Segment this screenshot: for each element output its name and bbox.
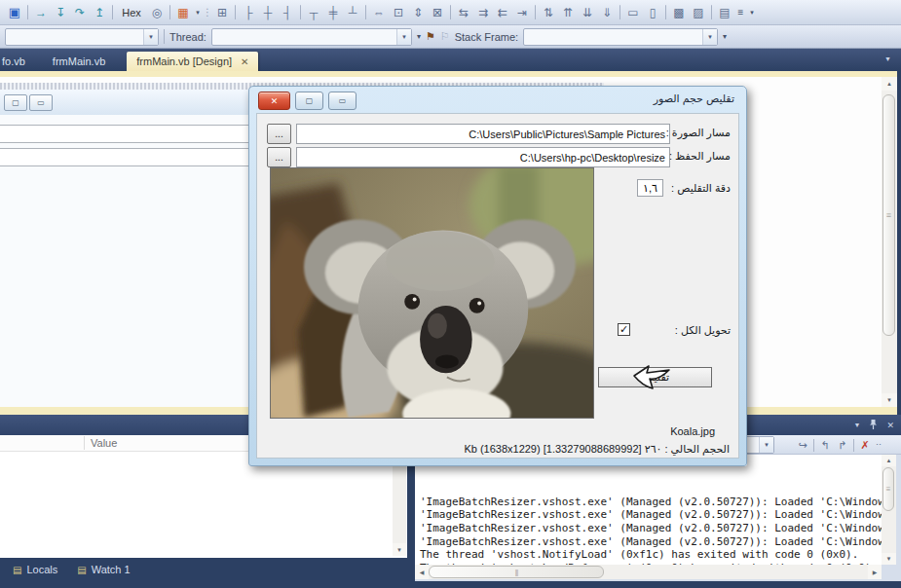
scrollbar-thumb[interactable]: |||: [429, 566, 604, 578]
h-spacing-decrease-icon[interactable]: ⇇: [493, 4, 512, 21]
align-centers-icon[interactable]: ┼: [258, 4, 278, 21]
thread-combobox[interactable]: ▼: [211, 28, 412, 46]
separator: [235, 5, 236, 19]
next-message-icon[interactable]: ↱: [834, 437, 851, 454]
convert-all-checkbox[interactable]: ✓: [618, 323, 630, 336]
hex-button[interactable]: Hex: [116, 4, 147, 21]
chevron-down-icon[interactable]: ▼: [759, 437, 773, 453]
scroll-down-icon[interactable]: ▼: [393, 543, 406, 556]
center-horizontally-icon[interactable]: ▭: [623, 4, 643, 21]
tab-info-vb[interactable]: fo.vb: [0, 52, 31, 71]
v-spacing-increase-icon[interactable]: ⇈: [558, 4, 578, 21]
window-icon[interactable]: ▦: [173, 4, 193, 21]
close-button[interactable]: ✕: [258, 92, 290, 110]
process-combobox[interactable]: ▼: [5, 28, 159, 46]
startup-icon[interactable]: ▣: [5, 4, 24, 21]
browse-save-path-button[interactable]: ...: [267, 147, 291, 167]
make-same-size-icon[interactable]: ⊠: [428, 4, 447, 21]
chevron-down-icon[interactable]: ▼: [702, 29, 717, 45]
shrink-ratio-input[interactable]: ١,٦: [637, 179, 663, 197]
overflow-dots-icon[interactable]: ‥: [874, 437, 883, 454]
column-divider[interactable]: [84, 436, 85, 450]
image-path-input[interactable]: C:\Users\Public\Pictures\Sample Pictures: [296, 124, 670, 144]
window-menu-icon[interactable]: ▼: [854, 422, 861, 428]
maximize-button[interactable]: ▢: [295, 92, 323, 110]
align-tops-icon[interactable]: ┬: [304, 4, 323, 21]
align-to-grid-icon[interactable]: ⊞: [212, 4, 232, 21]
scrollbar-thumb[interactable]: ≡: [882, 94, 895, 336]
goto-message-icon[interactable]: ↪: [794, 437, 811, 454]
minimize-icon: ▭: [29, 94, 53, 111]
show-next-statement-icon[interactable]: →: [31, 4, 51, 21]
shrink-button[interactable]: تقليص: [598, 367, 712, 387]
scroll-up-icon[interactable]: ▲: [882, 455, 896, 466]
send-to-back-icon[interactable]: ▨: [689, 4, 708, 21]
tab-locals[interactable]: ▤ Locals: [6, 562, 64, 577]
browse-image-path-button[interactable]: ...: [267, 124, 291, 144]
scroll-down-icon[interactable]: ▼: [882, 553, 896, 565]
scroll-down-icon[interactable]: ▼: [882, 393, 897, 407]
chevron-down-icon[interactable]: ▼: [143, 29, 158, 45]
pin-icon[interactable]: [869, 419, 878, 432]
close-icon[interactable]: ✕: [241, 56, 248, 67]
output-vertical-scrollbar[interactable]: ▲ ≡ ▼: [882, 455, 896, 565]
chevron-down-icon[interactable]: ▼: [396, 29, 411, 45]
h-spacing-equal-icon[interactable]: ⇆: [454, 4, 473, 21]
center-vertically-icon[interactable]: ▯: [643, 4, 662, 21]
designer-textbox[interactable]: [0, 148, 251, 166]
tab-frmmain-design[interactable]: frmMain.vb [Design] ✕: [127, 52, 258, 71]
save-path-input[interactable]: C:\Users\hp-pc\Desktop\resize: [296, 147, 670, 167]
step-out-icon[interactable]: ↥: [90, 4, 109, 21]
scroll-left-icon[interactable]: ◀: [415, 565, 429, 579]
flag-icon[interactable]: ⚑: [426, 30, 435, 43]
toolbar-overflow-icon[interactable]: ▾: [417, 32, 421, 41]
h-spacing-increase-icon[interactable]: ⇉: [473, 4, 493, 21]
output-horizontal-scrollbar[interactable]: ◀ ||| ▶: [415, 565, 882, 579]
tab-label: Watch 1: [92, 564, 131, 575]
scroll-right-icon[interactable]: ▶: [868, 565, 882, 579]
align-lefts-icon[interactable]: ├: [239, 4, 258, 21]
align-bottoms-icon[interactable]: ┴: [343, 4, 362, 21]
step-into-icon[interactable]: ↧: [51, 4, 70, 21]
scroll-up-icon[interactable]: ▲: [882, 77, 897, 91]
tab-watch1[interactable]: ▤ Watch 1: [70, 562, 136, 577]
clear-all-icon[interactable]: ✗: [856, 437, 874, 454]
output-log[interactable]: 'ImageBatchResizer.vshost.exe' (Managed …: [415, 455, 882, 565]
separator: [300, 5, 301, 19]
resize-images-dialog: تقليص حجم الصور ✕ ▢ ▭ ... C:\Users\Publi…: [248, 86, 747, 466]
value-column-header[interactable]: Value: [91, 437, 117, 449]
separator: [535, 5, 536, 19]
close-icon[interactable]: ✕: [886, 421, 894, 430]
overflow-arrow-icon[interactable]: ▾: [747, 4, 757, 21]
overflow-icon[interactable]: ≡: [734, 4, 747, 21]
size-to-grid-icon[interactable]: ⊡: [389, 4, 408, 21]
minimize-button[interactable]: ▭: [328, 92, 357, 110]
editor-vertical-scrollbar[interactable]: ▲ ≡ ▼: [882, 77, 897, 407]
align-rights-icon[interactable]: ┤: [278, 4, 297, 21]
step-over-icon[interactable]: ↷: [70, 4, 90, 21]
toolbar-overflow-icon[interactable]: ▾: [723, 32, 727, 41]
bring-to-front-icon[interactable]: ▩: [669, 4, 689, 21]
v-spacing-equal-icon[interactable]: ⇅: [539, 4, 558, 21]
flag-outline-icon[interactable]: ⚐: [440, 30, 450, 43]
v-spacing-decrease-icon[interactable]: ⇊: [578, 4, 597, 21]
scrollbar-thumb[interactable]: ≡: [882, 467, 894, 511]
tab-list-dropdown-icon[interactable]: ▼: [884, 55, 891, 62]
current-size-status: الحجم الحالي : ٢٦٠ Kb (1638x1229) [1.332…: [464, 443, 730, 456]
tab-frmmain-vb[interactable]: frmMain.vb: [43, 52, 115, 71]
image-path-label: مسار الصورة :: [666, 127, 731, 139]
maximize-icon: ▢: [4, 94, 27, 111]
dropdown-arrow-icon[interactable]: ▾: [193, 4, 203, 21]
v-spacing-remove-icon[interactable]: ⇓: [597, 4, 617, 21]
prev-message-icon[interactable]: ↰: [816, 437, 834, 454]
tab-order-icon[interactable]: ▤: [715, 4, 734, 21]
h-spacing-remove-icon[interactable]: ⇥: [512, 4, 532, 21]
debug-location-toolbar: ▼ Thread: ▼ ▾ ⚑ ⚐ Stack Frame: ▼ ▾: [0, 25, 901, 49]
make-same-height-icon[interactable]: ⇕: [408, 4, 428, 21]
designer-textbox[interactable]: [0, 125, 251, 143]
show-threads-icon[interactable]: ◎: [147, 4, 167, 21]
align-middles-icon[interactable]: ╪: [323, 4, 343, 21]
stack-frame-combobox[interactable]: ▼: [523, 28, 718, 46]
watch-vertical-scrollbar[interactable]: ▼: [393, 451, 406, 556]
make-same-width-icon[interactable]: ⇔: [369, 4, 389, 21]
